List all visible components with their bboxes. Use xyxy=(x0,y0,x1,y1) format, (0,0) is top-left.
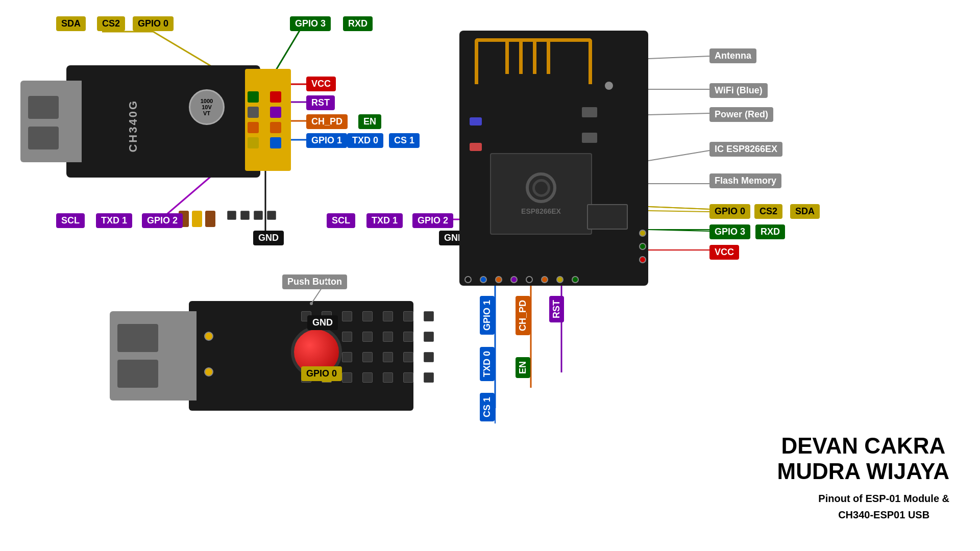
ant-line-1 xyxy=(505,38,509,74)
title-main: DEVAN CAKRA MUDRA WIJAYA xyxy=(777,433,949,485)
svg-line-27 xyxy=(648,211,709,212)
label-txd1-mid: TXD 1 xyxy=(366,213,403,228)
pin-gpio0 xyxy=(248,137,259,148)
yellow-connector xyxy=(245,69,291,171)
button-board-dot2 xyxy=(204,367,213,377)
bpin xyxy=(383,311,393,321)
bpin xyxy=(362,372,373,383)
antenna-dot xyxy=(605,82,613,90)
label-cs2-top: CS2 xyxy=(97,16,125,31)
label-sda-right: SDA xyxy=(790,204,820,219)
pin-dot-b5 xyxy=(526,276,533,283)
label-gpio1-ch340: GPIO 1 xyxy=(306,133,347,148)
bpin xyxy=(383,372,393,383)
label-cs1-ch340: CS 1 xyxy=(389,133,420,148)
button-board-dot1 xyxy=(204,332,213,341)
ant-line-4 xyxy=(547,38,550,74)
label-chpd-ch340: CH_PD xyxy=(306,114,348,129)
chip-logo xyxy=(526,172,556,203)
title-block: DEVAN CAKRA MUDRA WIJAYA xyxy=(777,433,949,485)
pin-chpd xyxy=(248,122,259,133)
wifi-led xyxy=(470,117,482,126)
bpin xyxy=(362,352,373,362)
pin-gpio3 xyxy=(248,91,259,103)
ant-line-2 xyxy=(519,38,523,74)
bpin xyxy=(342,352,352,362)
label-txd0-ch340: TXD 0 xyxy=(347,133,383,148)
pin-dot-vcc xyxy=(639,256,646,263)
comp1 xyxy=(227,211,236,220)
resistor-brown2 xyxy=(205,211,215,227)
title-subtitle: Pinout of ESP-01 Module & CH340-ESP01 US… xyxy=(818,490,949,523)
comp3 xyxy=(254,211,263,220)
capacitor: 1000 10V VT xyxy=(189,89,225,125)
resistor-row xyxy=(179,211,215,227)
comp4 xyxy=(267,211,276,220)
bpin xyxy=(383,352,393,362)
pin-dot-b3 xyxy=(495,276,502,283)
power-led xyxy=(470,143,482,151)
diagram-container: CH340G 1000 10V VT SDA CS2 GPIO 0 GPIO 3… xyxy=(0,0,980,551)
label-ic-esp: IC ESP8266EX xyxy=(709,142,782,157)
label-gpio3-right: GPIO 3 xyxy=(709,224,750,239)
label-gnd-button: GND xyxy=(307,315,338,330)
antenna-lines xyxy=(505,38,550,74)
svg-line-28 xyxy=(648,230,709,231)
button-usb-connector xyxy=(110,311,197,400)
svg-line-15 xyxy=(648,151,709,161)
bpin xyxy=(362,332,373,342)
bpin xyxy=(342,332,352,342)
usb-slot-b1 xyxy=(117,324,158,352)
label-txd1-ch340: TXD 1 xyxy=(96,213,132,228)
ch340g-label: CH340G xyxy=(127,99,140,153)
pin-dot-b4 xyxy=(510,276,518,283)
label-gnd-ch340: GND xyxy=(253,231,284,245)
pin-dot-b8 xyxy=(572,276,579,283)
bpin xyxy=(342,311,352,321)
label-gpio2-mid: GPIO 2 xyxy=(412,213,453,228)
pin-dot-gpio3 xyxy=(639,243,646,250)
label-gpio0-right: GPIO 0 xyxy=(709,204,750,219)
svg-line-14 xyxy=(648,113,709,115)
label-cs2-right: CS2 xyxy=(754,204,782,219)
bpin xyxy=(342,372,352,383)
usb-slot-top xyxy=(28,96,59,119)
bottom-pins xyxy=(464,276,579,286)
pin-dot-b7 xyxy=(556,276,564,283)
label-vcc-right: VCC xyxy=(709,245,739,260)
smd-comp1 xyxy=(582,107,597,117)
svg-line-12 xyxy=(648,56,709,59)
label-gpio0-top: GPIO 0 xyxy=(133,16,174,31)
label-en-ch340: EN xyxy=(358,114,381,129)
smd-comp2 xyxy=(582,133,597,143)
comp2 xyxy=(240,211,250,220)
label-wifi: WiFi (Blue) xyxy=(709,83,768,98)
bpin xyxy=(403,332,413,342)
pin-dot-b2 xyxy=(480,276,487,283)
label-push-button: Push Button xyxy=(282,274,347,289)
label-gpio3-top: GPIO 3 xyxy=(290,16,331,31)
label-gpio0-button: GPIO 0 xyxy=(301,366,342,381)
bpin xyxy=(403,311,413,321)
label-rst-ch340: RST xyxy=(306,95,335,110)
label-gpio2-ch340: GPIO 2 xyxy=(142,213,183,228)
label-antenna: Antenna xyxy=(709,48,756,63)
chip-logo-inner xyxy=(532,179,550,197)
label-sda-top: SDA xyxy=(56,16,86,31)
svg-line-18 xyxy=(648,207,709,209)
subtitle-block: Pinout of ESP-01 Module & CH340-ESP01 US… xyxy=(818,490,949,523)
label-flash-memory: Flash Memory xyxy=(709,173,781,188)
pin-dot-gpio0 xyxy=(639,230,646,237)
flash-chip xyxy=(587,204,628,230)
esp01-board: ESP8266EX xyxy=(459,31,648,286)
ch340-usb-connector xyxy=(20,81,82,162)
pin-rst xyxy=(270,107,281,118)
esp8266ex-chip: ESP8266EX xyxy=(490,153,592,235)
pin-2 xyxy=(248,107,259,118)
bpin xyxy=(424,332,434,342)
small-components xyxy=(227,211,276,220)
label-rxd-top: RXD xyxy=(343,16,373,31)
svg-line-17 xyxy=(648,207,709,209)
usb-slot-b2 xyxy=(117,360,158,388)
pin-chpd2 xyxy=(270,122,281,133)
